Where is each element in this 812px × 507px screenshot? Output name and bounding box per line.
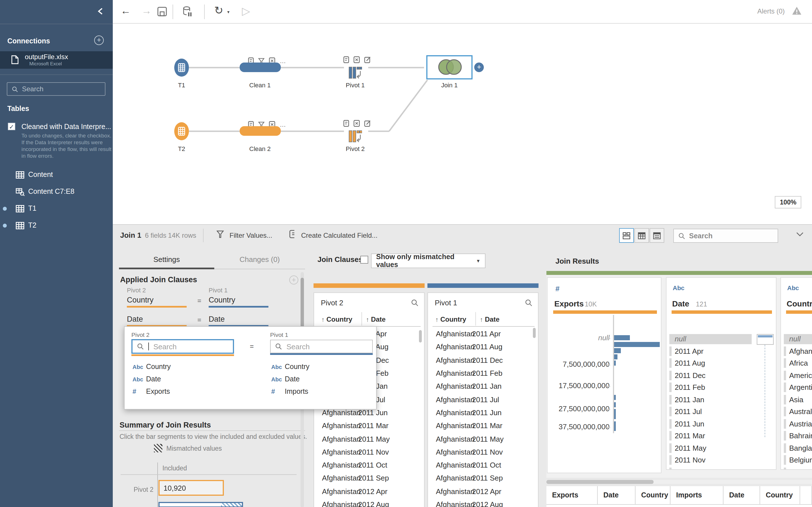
value-row[interactable]: null: [784, 334, 812, 344]
value-row[interactable]: Americas: [784, 371, 812, 380]
table-row[interactable]: Afghanistan2011 May: [314, 432, 424, 446]
pane-search-input[interactable]: Search: [673, 229, 778, 243]
field-name[interactable]: Exports: [554, 299, 583, 308]
field-name[interactable]: Country: [786, 299, 812, 308]
clause-left-field[interactable]: Date: [127, 315, 143, 323]
undo-icon[interactable]: ←: [121, 5, 131, 17]
table-row[interactable]: Afghanistan2011 Nov: [314, 445, 424, 459]
field-option-country[interactable]: AbcCountry: [133, 360, 245, 373]
histogram-bar[interactable]: [614, 409, 616, 414]
search-icon[interactable]: [411, 299, 418, 306]
value-row[interactable]: 2011 Mar: [669, 431, 752, 441]
histogram-bar[interactable]: [614, 426, 616, 431]
edit-icon[interactable]: [364, 120, 371, 127]
grid-header-exports[interactable]: Exports: [546, 486, 598, 505]
edit-icon[interactable]: [364, 56, 371, 63]
clause-left-field[interactable]: Country: [127, 296, 154, 304]
view-toggle-list[interactable]: [650, 228, 664, 243]
flow-canvas[interactable]: T1 … Clean 1 Pivot 1 + Join 1 T2: [113, 24, 812, 224]
table-row[interactable]: Afghanistan2011 May: [428, 432, 539, 446]
value-mini-chart[interactable]: [757, 334, 774, 345]
table-row[interactable]: Afghanistan2011 Aug: [428, 341, 539, 354]
flow-node-t2[interactable]: [174, 122, 189, 140]
grid-header-imports[interactable]: Imports: [670, 486, 723, 505]
field-option-country[interactable]: AbcCountry: [271, 360, 373, 373]
zoom-level-badge[interactable]: 100%: [775, 196, 802, 209]
tab-settings[interactable]: Settings: [119, 255, 214, 264]
save-icon[interactable]: [157, 7, 167, 16]
table-row[interactable]: Afghanistan2011 Mar: [314, 419, 424, 432]
table-row[interactable]: Afghanistan2011 Oct: [428, 459, 539, 472]
grid-header-date[interactable]: Date: [598, 486, 636, 505]
refresh-icon[interactable]: ↻: [214, 4, 223, 17]
warning-icon[interactable]: [792, 6, 802, 15]
more-icon[interactable]: …: [280, 123, 286, 126]
value-row[interactable]: 2011 Oct: [669, 467, 752, 470]
grid-header-country2[interactable]: Country: [760, 486, 800, 505]
mismatched-values-dropdown[interactable]: Show only mismatched values ▼: [371, 253, 486, 268]
field-option-imports[interactable]: #Imports: [271, 385, 373, 398]
changes-icon[interactable]: [343, 120, 349, 127]
flow-node-clean1[interactable]: [240, 62, 281, 72]
value-row[interactable]: 2011 Jan: [669, 395, 752, 404]
column-header-date[interactable]: ↑ Date: [366, 316, 386, 323]
value-row[interactable]: Africa: [784, 358, 812, 368]
grid-header-date2[interactable]: Date: [723, 486, 760, 505]
value-row[interactable]: Afghanistan: [784, 346, 812, 356]
column-header-country[interactable]: ↑ Country: [435, 316, 466, 323]
calculated-field-icon[interactable]: [289, 230, 296, 238]
table-row[interactable]: Afghanistan2011 Dec: [428, 353, 539, 367]
table-row[interactable]: Afghanistan2011 Mar: [428, 419, 539, 432]
field-option-exports[interactable]: #Exports: [133, 385, 245, 398]
histogram-bar[interactable]: [614, 354, 617, 359]
add-connection-button[interactable]: +: [94, 36, 104, 45]
filter-values-button[interactable]: Filter Values...: [230, 231, 272, 239]
field-name[interactable]: Date: [672, 299, 689, 308]
value-row[interactable]: null: [669, 334, 752, 344]
scrollbar-thumb[interactable]: [533, 328, 536, 338]
summary-included-bar[interactable]: 10,920: [158, 480, 224, 496]
value-row[interactable]: 2011 Aug: [669, 358, 752, 368]
add-join-clause-button[interactable]: +: [289, 276, 298, 284]
histogram-bar[interactable]: [614, 395, 616, 400]
field-option-date[interactable]: AbcDate: [133, 373, 245, 385]
histogram-bar[interactable]: [614, 342, 660, 347]
redo-icon[interactable]: →: [142, 5, 152, 17]
data-interpreter-label[interactable]: Cleaned with Data Interpre...: [21, 123, 111, 131]
histogram-bar[interactable]: [614, 360, 616, 365]
table-row[interactable]: Afghanistan2011 Feb: [428, 367, 539, 380]
create-calculated-field-button[interactable]: Create Calculated Field...: [301, 231, 377, 239]
table-row[interactable]: Afghanistan2011 Jun: [428, 406, 539, 419]
run-flow-icon[interactable]: ▷: [242, 4, 250, 17]
clause-right-field[interactable]: Date: [209, 315, 225, 323]
sidebar-item-t1[interactable]: T1: [0, 201, 113, 217]
field-option-date[interactable]: AbcDate: [271, 373, 373, 385]
value-row[interactable]: 2011 Dec: [669, 371, 752, 380]
flow-node-pivot1[interactable]: [349, 65, 362, 79]
refresh-caret-icon[interactable]: ▾: [227, 10, 230, 15]
summary-included-bar-pivot1[interactable]: [158, 502, 243, 507]
table-row[interactable]: Afghanistan2012 Aug: [428, 498, 539, 507]
remove-field-icon[interactable]: [354, 56, 360, 63]
value-row[interactable]: Asia: [784, 395, 812, 404]
collapse-pane-icon[interactable]: [796, 232, 804, 237]
sidebar-item-content-range[interactable]: Content C7:E8: [0, 184, 113, 201]
collapse-sidebar-icon[interactable]: [97, 7, 104, 15]
sidebar-item-content[interactable]: Content: [0, 167, 113, 184]
table-row[interactable]: Afghanistan2012 Apr: [428, 485, 539, 498]
value-row[interactable]: 2011 Nov: [669, 455, 752, 465]
alerts-label[interactable]: Alerts (0): [757, 7, 784, 15]
histogram-bar[interactable]: [614, 348, 621, 353]
histogram-bar[interactable]: [614, 414, 616, 419]
data-pause-icon[interactable]: [183, 6, 192, 17]
value-row[interactable]: 2011 Jun: [669, 419, 752, 429]
add-step-button[interactable]: +: [474, 62, 484, 72]
editor-right-search-input[interactable]: Search: [270, 340, 373, 353]
remove-field-icon[interactable]: [354, 120, 360, 127]
value-row[interactable]: 2011 Feb: [669, 383, 752, 392]
more-icon[interactable]: …: [280, 59, 286, 62]
sidebar-item-t2[interactable]: T2: [0, 217, 113, 234]
table-row[interactable]: Afghanistan2012 Apr: [314, 485, 424, 498]
tab-changes[interactable]: Changes (0): [214, 255, 305, 264]
flow-node-clean2[interactable]: [240, 126, 281, 136]
